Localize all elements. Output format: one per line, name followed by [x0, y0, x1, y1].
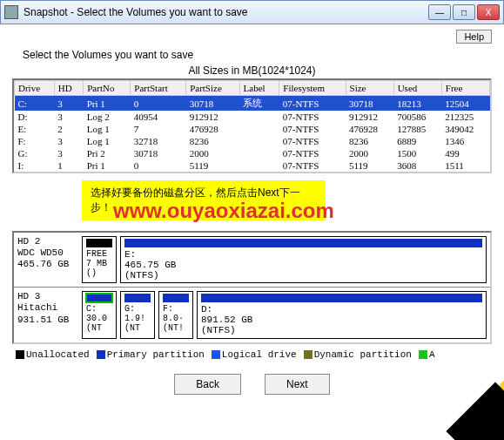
partition-f[interactable]: F: 8.0· (NT! [158, 291, 193, 338]
hint-callout: 选择好要备份的磁盘分区，然后点击Next下一步！ [82, 180, 326, 220]
page-subtitle: Select the Volumes you want to save [23, 49, 492, 61]
disk-row-hd2: HD 2 WDC WD50 465.76 GB FREE 7 MB () E: … [14, 233, 490, 288]
swatch-primary [97, 350, 105, 359]
col-free[interactable]: Free [441, 81, 489, 96]
window-title: Snapshot - Select the Volumes you want t… [24, 6, 428, 18]
close-button[interactable]: X [477, 4, 500, 20]
col-drive[interactable]: Drive [15, 81, 55, 96]
minimize-button[interactable]: — [428, 4, 451, 20]
col-size[interactable]: Size [346, 81, 393, 96]
swatch-logical [212, 350, 220, 359]
swatch-dynamic [304, 350, 312, 359]
titlebar: Snapshot - Select the Volumes you want t… [0, 0, 504, 24]
swatch-a [419, 350, 427, 359]
col-label[interactable]: Label [239, 81, 279, 96]
table-row[interactable]: C:3Pri 1030718系统07-NTFS307181821312504 [15, 96, 490, 112]
swatch-unallocated [16, 350, 24, 359]
disk-row-hd3: HD 3 Hitachi 931.51 GB C: 30.0 (NT G: 1.… [14, 288, 490, 342]
next-button[interactable]: Next [265, 374, 330, 395]
col-partsize[interactable]: PartSize [186, 81, 239, 96]
col-used[interactable]: Used [393, 81, 441, 96]
col-filesystem[interactable]: Filesystem [279, 81, 346, 96]
maximize-button[interactable]: □ [453, 4, 475, 20]
back-button[interactable]: Back [174, 374, 241, 395]
disk-label: HD 2 WDC WD50 465.76 GB [17, 236, 78, 283]
disk-label: HD 3 Hitachi 931.51 GB [17, 291, 78, 338]
help-button[interactable]: Help [456, 30, 492, 44]
partition-e[interactable]: E: 465.75 GB (NTFS) [120, 236, 487, 283]
partition-c[interactable]: C: 30.0 (NT [82, 291, 117, 338]
partition-g[interactable]: G: 1.9! (NT [120, 291, 155, 338]
col-partno[interactable]: PartNo [84, 81, 131, 96]
disk-map: HD 2 WDC WD50 465.76 GB FREE 7 MB () E: … [12, 231, 492, 344]
col-hd[interactable]: HD [54, 81, 83, 96]
col-partstart[interactable]: PartStart [131, 81, 186, 96]
table-row[interactable]: E:2Log 1747692807-NTFS476928127885349042 [15, 123, 490, 135]
legend: Unallocated Primary partition Logical dr… [16, 349, 488, 360]
table-row[interactable]: I:1Pri 10511907-NTFS511936081511 [15, 159, 490, 172]
sizes-label: All Sizes in MB(1024*1024) [12, 64, 492, 77]
volumes-table[interactable]: DriveHDPartNoPartStartPartSizeLabelFiles… [12, 78, 492, 173]
app-icon [4, 5, 18, 19]
table-row[interactable]: G:3Pri 230718200007-NTFS20001500499 [15, 147, 490, 159]
table-row[interactable]: F:3Log 132718823607-NTFS823668891346 [15, 135, 490, 147]
partition-d[interactable]: D: 891.52 GB (NTFS) [197, 291, 487, 338]
partition-free[interactable]: FREE 7 MB () [82, 236, 117, 283]
table-row[interactable]: D:3Log 24095491291207-NTFS91291270058621… [15, 111, 490, 123]
